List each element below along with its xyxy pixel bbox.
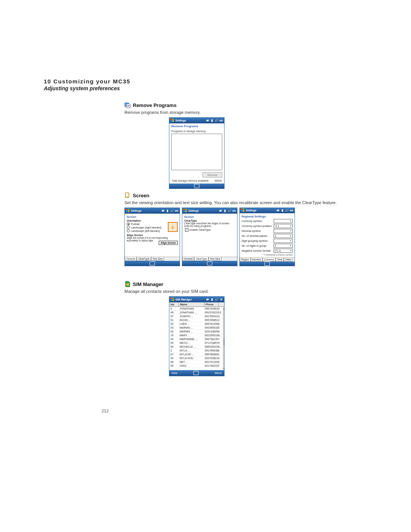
- keyboard-icon[interactable]: [150, 261, 155, 265]
- keyboard-icon[interactable]: [264, 262, 270, 266]
- tab-region[interactable]: Region: [240, 258, 251, 262]
- table-row[interactable]: 57JOSEPH ...0917054313: [169, 315, 223, 318]
- tab-number[interactable]: Number: [251, 258, 263, 262]
- decimal-places-select[interactable]: 2▼: [274, 234, 293, 238]
- connectivity-icon[interactable]: ⇄: [218, 209, 222, 212]
- table-row[interactable]: 49JONATHAN ...09157931515: [169, 311, 223, 315]
- sim-contact-list[interactable]: 3JONATHAN095745381849JONATHAN ...0915793…: [169, 307, 223, 370]
- tab-time[interactable]: Time: [276, 258, 284, 262]
- table-row[interactable]: 2MYLA ...0917959386: [169, 349, 223, 353]
- connectivity-icon[interactable]: ⇄: [276, 209, 280, 212]
- table-row[interactable]: 59OHIO0217401537: [169, 364, 223, 368]
- table-row[interactable]: 53MARIAN ...0915955185: [169, 326, 223, 330]
- programs-list[interactable]: [171, 134, 222, 170]
- scrollbar[interactable]: ▴ ▾: [223, 307, 224, 370]
- col-phone[interactable]: Phone: [204, 302, 218, 307]
- currency-position-select[interactable]: *1.1▼: [274, 224, 293, 228]
- section-desc: Manage all contacts stored on your SIM c…: [124, 289, 367, 294]
- tab-cleartype[interactable]: ClearType: [194, 257, 209, 261]
- scroll-up-icon[interactable]: ▴: [223, 307, 224, 311]
- table-row[interactable]: 87MYLA DE ...0957803891: [169, 353, 223, 356]
- svg-rect-9: [126, 209, 127, 210]
- signal-icon[interactable]: ▮: [223, 209, 227, 212]
- radio-landscape-left[interactable]: Landscape (left-handed): [127, 229, 166, 232]
- section-remove-programs: Remove Programs Remove programs from sto…: [124, 102, 367, 189]
- tab-date[interactable]: Date: [284, 258, 292, 262]
- negative-format-select[interactable]: (*1.1)▼: [274, 249, 293, 253]
- panel-title: Remove Programs: [169, 123, 224, 129]
- connectivity-icon[interactable]: ⇄: [206, 298, 209, 301]
- section-desc: Set the viewing orientation and text siz…: [124, 200, 367, 205]
- tab-general[interactable]: General: [182, 257, 194, 261]
- start-icon[interactable]: [170, 118, 174, 123]
- scroll-down-icon[interactable]: ▾: [223, 366, 224, 370]
- digits-in-group-label: No. of digits in group:: [242, 244, 267, 247]
- table-row[interactable]: 83MARIAN ...0251338958: [169, 330, 223, 334]
- volume-icon[interactable]: 🔊: [170, 209, 174, 212]
- section-title: SIM Manager: [124, 281, 367, 287]
- digits-in-group-select[interactable]: 3▼: [274, 244, 293, 248]
- currency-symbol-select[interactable]: ▼: [274, 219, 293, 223]
- currency-position-label: Currency symbol position:: [242, 225, 272, 227]
- signal-icon[interactable]: ▮: [210, 119, 214, 122]
- close-icon[interactable]: ✕: [219, 298, 223, 301]
- keyboard-icon[interactable]: [193, 371, 199, 375]
- tab-text-size[interactable]: Text Size: [209, 257, 221, 261]
- svg-rect-5: [170, 120, 172, 122]
- start-icon[interactable]: [170, 297, 174, 302]
- volume-icon[interactable]: 🔊: [285, 209, 289, 212]
- table-row[interactable]: 89NET ...0917511833: [169, 360, 223, 364]
- volume-icon[interactable]: 🔊: [215, 119, 218, 122]
- table-row[interactable]: 94Myla hou0257538218: [169, 356, 223, 360]
- table-row[interactable]: 52LHEN ...0957612958: [169, 322, 223, 326]
- enable-cleartype-checkbox[interactable]: ✓ Enable ClearType: [185, 228, 235, 232]
- volume-icon[interactable]: 🔊: [215, 298, 218, 301]
- tab-text-size[interactable]: Text Size: [151, 257, 164, 261]
- tab-currency[interactable]: Currency: [263, 258, 276, 262]
- table-row[interactable]: 3JONATHAN0957453818: [169, 307, 223, 311]
- signal-icon[interactable]: ▮: [210, 298, 214, 301]
- ok-button[interactable]: ok: [232, 209, 236, 212]
- radio-portrait[interactable]: Portrait: [127, 222, 166, 225]
- signal-icon[interactable]: ▮: [280, 209, 284, 212]
- window-title: Settings: [175, 119, 204, 122]
- table-row[interactable]: 51KEVIN ...0957658513: [169, 318, 223, 322]
- keyboard-icon[interactable]: [194, 184, 199, 188]
- align-screen-button[interactable]: Align Screen: [159, 241, 178, 245]
- tab-general[interactable]: General: [125, 257, 137, 261]
- tab-cleartype[interactable]: ClearType: [137, 257, 151, 261]
- volume-icon[interactable]: 🔊: [228, 209, 231, 212]
- decimal-symbol-select[interactable]: ▼: [274, 229, 293, 233]
- connectivity-icon[interactable]: ⇄: [206, 119, 209, 122]
- window-title: Settings: [131, 209, 160, 212]
- scroll-thumb[interactable]: [224, 339, 224, 345]
- chapter-subtitle: Adjusting system preferences: [44, 85, 367, 91]
- start-icon[interactable]: [183, 209, 187, 213]
- keyboard-icon[interactable]: [207, 261, 212, 265]
- table-row[interactable]: 56MICHELLE ...0055353150...: [169, 345, 223, 349]
- screen-general-screenshot: Settings ⇄▮🔊ok Screen Orientation ▯ Port…: [124, 208, 180, 266]
- menu-button[interactable]: Menu: [215, 371, 222, 375]
- remove-button[interactable]: Remove: [202, 172, 222, 177]
- connectivity-icon[interactable]: ⇄: [161, 209, 165, 212]
- radio-landscape-right[interactable]: Landscape (right-handed): [127, 226, 166, 229]
- ok-button[interactable]: ok: [219, 119, 223, 122]
- sim-table-header: Idx Name Phone: [169, 302, 224, 307]
- titlebar: Settings ⇄▮🔊ok: [240, 208, 295, 213]
- section-title-text: Remove Programs: [133, 102, 177, 108]
- table-row[interactable]: 76MARY ...0015393189...: [169, 334, 223, 337]
- col-name[interactable]: Name: [179, 302, 204, 307]
- start-icon[interactable]: [126, 209, 130, 213]
- start-icon[interactable]: [241, 208, 245, 212]
- digit-grouping-select[interactable]: ▼: [274, 239, 293, 243]
- ok-button[interactable]: ok: [290, 209, 293, 212]
- ok-button[interactable]: ok: [175, 209, 178, 212]
- orientation-heading: Orientation: [127, 219, 178, 222]
- col-idx[interactable]: Idx: [169, 302, 179, 307]
- table-row[interactable]: 55MECO ...0717238579: [169, 341, 223, 345]
- new-button[interactable]: New: [172, 371, 177, 375]
- table-row[interactable]: 54MARYANNE ...0957381357: [169, 337, 223, 341]
- chapter-title: 10 Customizing your MC35: [44, 78, 367, 85]
- signal-icon[interactable]: ▮: [166, 209, 169, 212]
- section-sim-manager: SIM Manager Manage all contacts stored o…: [124, 281, 367, 376]
